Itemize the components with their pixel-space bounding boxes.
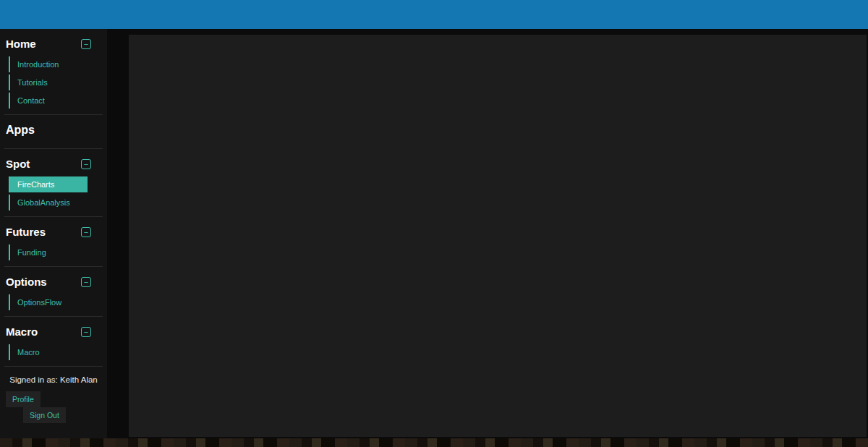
sidebar-item-firecharts[interactable]: FireCharts — [9, 176, 88, 192]
top-bar — [0, 0, 868, 29]
sidebar-section-macro: Macro − — [0, 317, 107, 342]
apps-title: Apps — [0, 115, 107, 142]
collapse-icon[interactable]: − — [81, 277, 91, 287]
section-title-spot: Spot — [6, 158, 30, 170]
sidebar-section-futures: Futures − — [0, 217, 107, 242]
collapse-icon[interactable]: − — [81, 39, 91, 49]
sidebar: Home − Introduction Tutorials Contact Ap… — [0, 29, 107, 438]
profile-button[interactable]: Profile — [6, 391, 41, 407]
sidebar-item-macro[interactable]: Macro — [9, 344, 90, 360]
collapse-icon[interactable]: − — [81, 327, 91, 337]
sidebar-section-home: Home − — [0, 29, 107, 54]
section-title-options: Options — [6, 276, 47, 288]
sidebar-item-tutorials[interactable]: Tutorials — [9, 74, 90, 90]
sidebar-item-optionsflow[interactable]: OptionsFlow — [9, 294, 90, 310]
sign-out-button[interactable]: Sign Out — [23, 407, 66, 423]
section-title-futures: Futures — [6, 226, 46, 238]
background-texture — [0, 438, 868, 447]
main-panel — [129, 35, 867, 437]
collapse-icon[interactable]: − — [81, 159, 91, 169]
sidebar-section-options: Options − — [0, 267, 107, 292]
sidebar-item-contact[interactable]: Contact — [9, 93, 90, 108]
section-title-macro: Macro — [6, 325, 38, 338]
sidebar-item-funding[interactable]: Funding — [9, 244, 90, 260]
sidebar-item-globalanalysis[interactable]: GlobalAnalysis — [9, 195, 90, 210]
sidebar-item-introduction[interactable]: Introduction — [9, 56, 90, 72]
collapse-icon[interactable]: − — [81, 227, 91, 237]
sidebar-section-spot: Spot − — [0, 149, 107, 174]
section-title-home: Home — [6, 38, 36, 50]
signed-in-label: Signed in as: Keith Alan — [0, 367, 107, 391]
